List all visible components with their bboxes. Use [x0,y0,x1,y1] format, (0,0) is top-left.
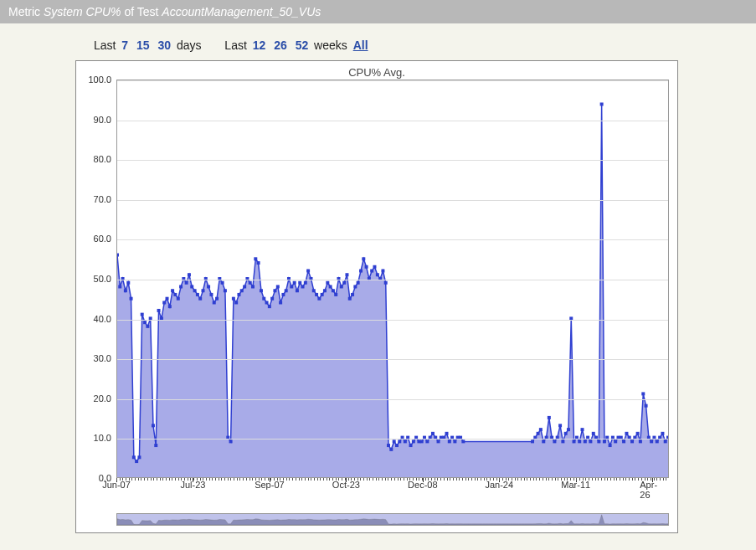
range-weeks-26[interactable]: 26 [274,39,287,52]
svg-rect-94 [376,273,379,276]
svg-rect-57 [273,289,276,292]
svg-rect-148 [592,432,595,435]
range-days-7[interactable]: 7 [121,39,128,52]
range-weeks-suffix: weeks [314,39,347,52]
svg-rect-93 [373,265,376,269]
svg-rect-6 [132,455,136,459]
svg-rect-17 [162,301,166,304]
svg-rect-126 [531,439,534,443]
svg-rect-26 [188,273,191,276]
svg-rect-88 [359,270,363,273]
svg-rect-23 [179,285,183,288]
svg-rect-164 [636,432,640,435]
svg-rect-72 [315,293,318,296]
svg-rect-173 [661,432,664,435]
y-tick-label: 10.0 [78,433,111,443]
header-prefix: Metric [8,5,44,18]
svg-rect-67 [301,285,305,288]
svg-rect-48 [249,281,252,285]
svg-rect-69 [306,270,310,273]
svg-rect-137 [561,439,564,443]
svg-rect-82 [342,281,346,285]
svg-rect-147 [589,439,592,443]
svg-rect-116 [437,439,440,443]
svg-rect-20 [171,289,174,292]
x-minor-ticks [116,478,669,481]
svg-rect-86 [353,285,357,288]
svg-rect-34 [209,293,213,296]
svg-rect-21 [173,293,177,296]
svg-rect-169 [650,439,653,443]
svg-rect-44 [237,293,240,296]
svg-rect-92 [370,270,373,273]
svg-rect-143 [578,439,581,443]
svg-rect-54 [265,301,269,304]
svg-rect-134 [553,439,556,443]
svg-rect-106 [409,444,413,447]
svg-rect-52 [260,289,263,292]
svg-rect-89 [362,257,365,260]
svg-rect-29 [196,293,199,296]
range-weeks-12[interactable]: 12 [253,39,266,52]
svg-rect-66 [298,281,301,285]
svg-rect-156 [614,439,617,443]
svg-rect-90 [365,265,368,269]
svg-rect-128 [537,432,540,435]
svg-rect-84 [348,297,352,301]
svg-rect-144 [581,428,584,431]
svg-rect-151 [600,102,604,105]
time-range-selector: Last 7 15 30 days Last 12 26 52 weeks Al… [0,23,756,60]
svg-rect-60 [281,293,285,296]
svg-rect-50 [254,257,257,260]
svg-rect-73 [317,297,321,301]
svg-rect-10 [143,321,147,324]
chart-plot-area[interactable] [116,80,669,478]
svg-rect-46 [243,285,246,288]
svg-rect-75 [323,289,327,292]
range-all[interactable]: All [353,39,368,52]
svg-rect-171 [656,439,659,443]
range-days-15[interactable]: 15 [136,39,150,52]
svg-rect-125 [461,439,465,443]
svg-rect-132 [548,416,551,419]
svg-rect-87 [357,281,360,285]
svg-rect-63 [290,285,293,288]
svg-rect-19 [168,305,172,308]
svg-rect-64 [293,281,296,285]
svg-rect-74 [321,293,324,296]
svg-rect-154 [609,444,612,447]
svg-rect-35 [213,301,216,304]
y-tick-label: 90.0 [78,115,111,125]
svg-rect-7 [135,460,138,463]
svg-rect-28 [193,289,197,292]
svg-rect-162 [630,439,634,443]
svg-rect-97 [384,281,388,285]
svg-rect-1 [118,285,121,288]
svg-rect-85 [351,293,354,296]
svg-rect-160 [625,432,628,435]
svg-rect-58 [276,285,280,288]
svg-rect-76 [326,281,329,285]
svg-rect-56 [270,297,274,301]
svg-rect-3 [124,289,127,292]
svg-rect-25 [185,281,188,285]
range-last-label-days: Last [94,39,116,52]
svg-rect-96 [381,270,384,273]
chart-overview-strip[interactable] [116,513,669,526]
svg-rect-41 [229,439,233,443]
svg-rect-14 [154,444,157,447]
y-tick-label: 40.0 [78,314,111,324]
svg-rect-68 [304,281,307,285]
range-days-30[interactable]: 30 [158,39,172,52]
svg-rect-53 [262,297,265,301]
svg-rect-101 [395,444,399,447]
header-mid: of Test [121,5,162,18]
svg-rect-104 [404,439,407,443]
svg-rect-102 [398,439,401,443]
svg-rect-30 [198,297,202,301]
range-weeks-52[interactable]: 52 [296,39,309,52]
svg-rect-120 [448,439,451,443]
svg-rect-152 [603,439,606,443]
svg-rect-138 [564,432,568,435]
svg-rect-22 [177,297,180,301]
